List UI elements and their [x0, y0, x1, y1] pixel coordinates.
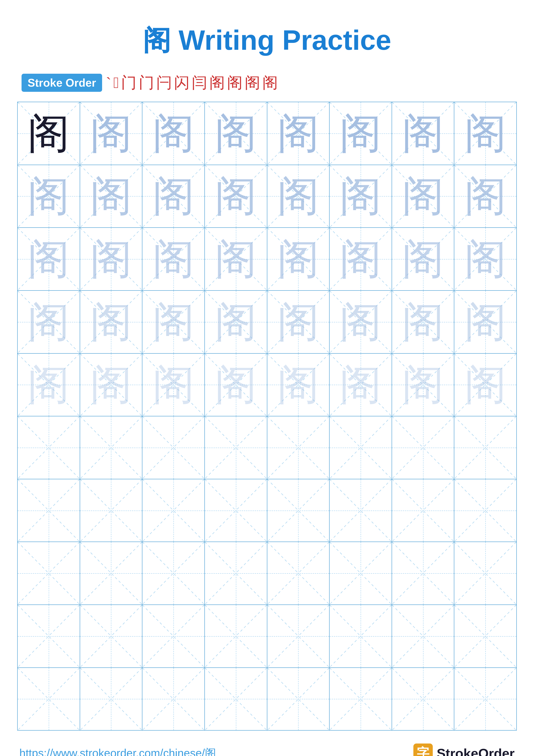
grid-cell[interactable] — [142, 479, 205, 542]
grid-cell[interactable]: 阁 — [330, 354, 392, 416]
grid-cell[interactable]: 阁 — [267, 228, 330, 290]
grid-cell[interactable]: 阁 — [392, 228, 454, 290]
grid-cell[interactable]: 阁 — [205, 102, 267, 165]
grid-cell[interactable] — [205, 605, 267, 667]
grid-cell[interactable] — [392, 417, 454, 479]
grid-cell[interactable] — [18, 542, 80, 605]
grid-cell[interactable]: 阁 — [330, 165, 392, 228]
grid-cell[interactable] — [205, 479, 267, 542]
grid-cell[interactable] — [205, 542, 267, 605]
grid-cell[interactable]: 阁 — [205, 165, 267, 228]
grid-cell[interactable]: 阁 — [142, 102, 205, 165]
grid-cell[interactable] — [142, 605, 205, 667]
grid-cell[interactable]: 阁 — [454, 291, 516, 353]
grid-cell[interactable] — [267, 542, 330, 605]
grid-cell[interactable]: 阁 — [18, 354, 80, 416]
grid-cell[interactable]: 阁 — [142, 354, 205, 416]
footer-url[interactable]: https://www.strokeorder.com/chinese/阁 — [19, 746, 216, 756]
grid-cell[interactable]: 阁 — [142, 291, 205, 353]
grid-cell[interactable] — [205, 417, 267, 479]
grid-cell[interactable] — [330, 605, 392, 667]
practice-char: 阁 — [153, 238, 194, 280]
grid-cell[interactable]: 阁 — [80, 354, 142, 416]
grid-cell[interactable] — [80, 668, 142, 730]
svg-line-125 — [392, 542, 454, 605]
grid-cell[interactable] — [454, 668, 516, 730]
grid-cell[interactable]: 阁 — [80, 291, 142, 353]
grid-cell[interactable]: 阁 — [142, 165, 205, 228]
grid-cell[interactable] — [267, 605, 330, 667]
practice-char: 阁 — [28, 301, 69, 343]
grid-cell[interactable]: 阁 — [205, 228, 267, 290]
grid-cell[interactable] — [392, 542, 454, 605]
stroke-order-badge[interactable]: Stroke Order — [21, 74, 102, 92]
stroke-8: 阁 — [209, 72, 225, 93]
grid-cell[interactable]: 阁 — [454, 354, 516, 416]
grid-cell[interactable]: 阁 — [18, 291, 80, 353]
grid-cell[interactable] — [267, 668, 330, 730]
grid-cell[interactable] — [330, 417, 392, 479]
grid-cell[interactable] — [392, 479, 454, 542]
grid-cell[interactable]: 阁 — [267, 165, 330, 228]
svg-line-100 — [142, 479, 204, 542]
grid-cell[interactable]: 阁 — [330, 228, 392, 290]
grid-cell[interactable] — [142, 417, 205, 479]
grid-cell[interactable] — [142, 668, 205, 730]
grid-cell[interactable] — [80, 479, 142, 542]
grid-cell[interactable] — [454, 417, 516, 479]
grid-cell[interactable] — [18, 605, 80, 667]
stroke-1: ` — [106, 74, 111, 92]
grid-cell[interactable]: 阁 — [80, 102, 142, 165]
grid-cell[interactable]: 阁 — [80, 228, 142, 290]
grid-cell[interactable]: 阁 — [18, 228, 80, 290]
grid-cell[interactable]: 阁 — [454, 165, 516, 228]
grid-cell[interactable] — [205, 668, 267, 730]
grid-cell[interactable]: 阁 — [142, 228, 205, 290]
grid-cell[interactable]: 阁 — [392, 102, 454, 165]
grid-cell[interactable] — [142, 542, 205, 605]
practice-char: 阁 — [90, 364, 132, 406]
grid-cell[interactable]: 阁 — [454, 228, 516, 290]
grid-cell[interactable] — [392, 605, 454, 667]
grid-cell[interactable]: 阁 — [267, 354, 330, 416]
grid-cell[interactable]: 阁 — [392, 291, 454, 353]
grid-cell[interactable] — [80, 417, 142, 479]
grid-cell[interactable]: 阁 — [18, 165, 80, 228]
grid-cell[interactable]: 阁 — [267, 102, 330, 165]
grid-cell[interactable] — [330, 668, 392, 730]
grid-cell[interactable] — [18, 479, 80, 542]
svg-line-138 — [330, 605, 392, 667]
grid-cell[interactable]: 阁 — [392, 165, 454, 228]
grid-cell[interactable] — [330, 542, 392, 605]
grid-cell[interactable] — [80, 605, 142, 667]
grid-cell[interactable]: 阁 — [330, 102, 392, 165]
grid-cell[interactable] — [454, 542, 516, 605]
grid-cell[interactable]: 阁 — [205, 354, 267, 416]
svg-line-90 — [330, 417, 392, 479]
svg-line-80 — [18, 417, 80, 479]
grid-cell[interactable] — [454, 605, 516, 667]
grid-cell[interactable] — [392, 668, 454, 730]
svg-line-89 — [267, 417, 329, 479]
svg-line-81 — [18, 417, 80, 479]
grid-cell[interactable] — [267, 479, 330, 542]
grid-cell[interactable] — [267, 417, 330, 479]
grid-row-4: 阁 阁 阁 阁 — [18, 291, 516, 354]
svg-line-157 — [392, 668, 454, 730]
grid-cell[interactable]: 阁 — [80, 165, 142, 228]
grid-cell[interactable]: 阁 — [18, 102, 80, 165]
grid-cell[interactable]: 阁 — [205, 291, 267, 353]
grid-cell[interactable]: 阁 — [454, 102, 516, 165]
grid-cell[interactable] — [18, 668, 80, 730]
grid-cell[interactable]: 阁 — [267, 291, 330, 353]
grid-cell[interactable]: 阁 — [392, 354, 454, 416]
grid-cell[interactable] — [330, 479, 392, 542]
svg-line-113 — [18, 542, 80, 605]
grid-row-10 — [18, 668, 516, 730]
grid-cell[interactable] — [18, 417, 80, 479]
svg-line-87 — [205, 417, 267, 479]
grid-cell[interactable] — [454, 479, 516, 542]
grid-cell[interactable] — [80, 542, 142, 605]
grid-cell[interactable]: 阁 — [330, 291, 392, 353]
svg-line-134 — [205, 605, 267, 667]
